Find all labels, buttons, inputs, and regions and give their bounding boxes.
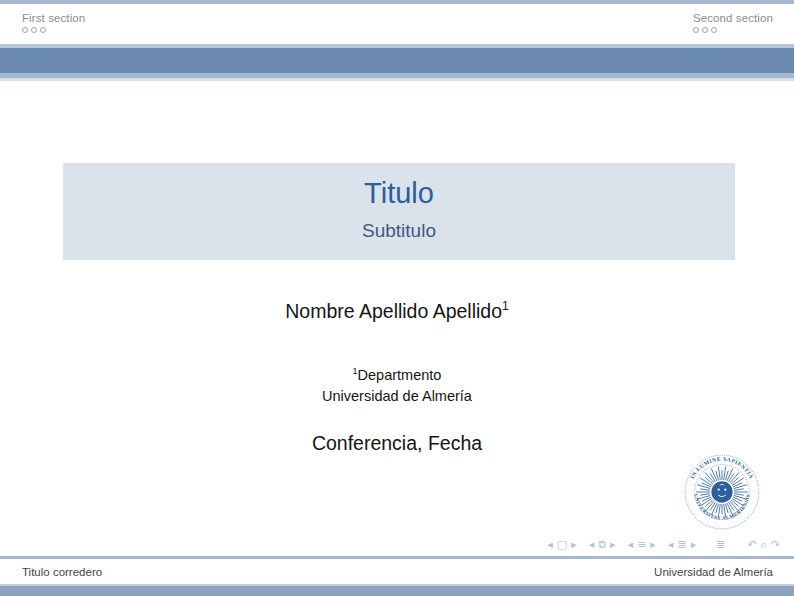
nav-group: ◂□▸: [547, 537, 576, 553]
nav-group: ≣: [716, 537, 725, 553]
footline-left-title: Titulo corredero: [22, 566, 102, 578]
slide-dots-second: [693, 27, 773, 33]
headbar: [0, 48, 794, 73]
slide-dot[interactable]: [702, 27, 708, 33]
nav-next-icon[interactable]: ▸: [571, 537, 577, 553]
slide-header: First section Second section: [0, 4, 794, 44]
nav-prev-icon[interactable]: ◂: [668, 537, 674, 553]
section-label-first[interactable]: First section: [22, 12, 85, 24]
slide-dot[interactable]: [40, 27, 46, 33]
footline-right-institution: Universidad de Almería: [654, 566, 773, 578]
nav-appendix-icon[interactable]: ≣: [716, 537, 725, 553]
slide-subtitle: Subtitulo: [63, 220, 735, 242]
section-nav-second[interactable]: Second section: [693, 12, 773, 33]
slide-title: Titulo: [63, 177, 735, 210]
institute-block: 1Departmento Universidad de Almería: [0, 361, 794, 408]
section-label-second[interactable]: Second section: [693, 12, 773, 24]
nav-search-icon[interactable]: ⌕: [761, 537, 767, 553]
nav-prev-icon[interactable]: ◂: [628, 537, 634, 553]
nav-frame-icon[interactable]: ⧉: [598, 537, 606, 553]
nav-group: ◂⧉▸: [589, 537, 616, 553]
slide-dot[interactable]: [31, 27, 37, 33]
institute-department: Departmento: [358, 367, 442, 383]
conference-date: Conferencia, Fecha: [0, 432, 794, 455]
headbar-edge-faint: [0, 78, 794, 81]
title-block: Titulo Subtitulo: [63, 163, 735, 260]
author-footnote-mark: 1: [502, 299, 509, 313]
slide-dot[interactable]: [693, 27, 699, 33]
nav-group: ◂≣▸: [668, 537, 696, 553]
section-nav-first[interactable]: First section: [22, 12, 85, 33]
nav-group: ◂≡▸: [628, 537, 656, 553]
nav-forward-icon[interactable]: ↷: [771, 537, 780, 553]
slide-dot[interactable]: [711, 27, 717, 33]
university-seal-logo: IN LUMINE SAPIENTIA UNIVERSITAS ALMERIEN…: [684, 454, 760, 530]
nav-section-icon[interactable]: ≣: [677, 537, 686, 553]
beamer-title-slide: First section Second section Titulo Subt…: [0, 0, 794, 596]
nav-next-icon[interactable]: ▸: [610, 537, 616, 553]
slide-dots-first: [22, 27, 85, 33]
nav-prev-icon[interactable]: ◂: [589, 537, 595, 553]
bottom-accent-bar: [0, 584, 794, 596]
nav-prev-icon[interactable]: ◂: [547, 537, 553, 553]
nav-slide-icon[interactable]: □: [557, 537, 567, 553]
slide-dot[interactable]: [22, 27, 28, 33]
footline: Titulo corredero Universidad de Almería: [0, 559, 794, 584]
institute-university: Universidad de Almería: [0, 386, 794, 408]
nav-next-icon[interactable]: ▸: [650, 537, 656, 553]
institute-department-line: 1Departmento: [0, 361, 794, 386]
nav-back-icon[interactable]: ↶: [747, 537, 756, 553]
author-name: Nombre Apellido Apellido: [285, 300, 502, 322]
nav-group: ↶⌕↷: [747, 537, 780, 553]
beamer-navigation: ◂□▸◂⧉▸◂≡▸◂≣▸≣↶⌕↷: [547, 537, 780, 553]
author-line: Nombre Apellido Apellido1: [0, 299, 794, 323]
nav-next-icon[interactable]: ▸: [691, 537, 697, 553]
nav-subsection-icon[interactable]: ≡: [637, 537, 646, 553]
